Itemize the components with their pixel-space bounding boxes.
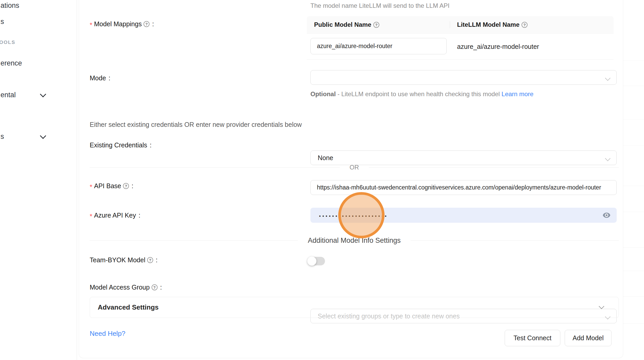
required-asterisk: [90, 215, 92, 218]
api-base-label: API Base: [90, 181, 133, 190]
background-row-line: [623, 86, 644, 86]
advanced-settings-title: Advanced Settings: [98, 303, 159, 311]
or-divider: OR: [90, 164, 619, 171]
help-icon[interactable]: [147, 257, 153, 263]
sidebar-item-users[interactable]: s: [1, 18, 4, 26]
required-asterisk: [90, 186, 92, 188]
sidebar-item-settings[interactable]: s: [1, 133, 4, 141]
help-icon[interactable]: [522, 22, 528, 28]
required-asterisk: [90, 24, 92, 26]
credentials-note: Either select existing credentials OR en…: [90, 121, 302, 128]
table-header-row: Public Model Name LiteLLM Model Name: [307, 16, 614, 34]
eye-icon[interactable]: [602, 211, 611, 220]
background-row-line: [623, 247, 644, 248]
background-row-line: [623, 323, 644, 324]
sidebar-item-api-reference[interactable]: erence: [1, 59, 22, 67]
column-header-public-model-name: Public Model Name: [307, 21, 450, 28]
team-byok-toggle[interactable]: [308, 257, 325, 265]
chevron-down-icon: [605, 156, 610, 161]
column-divider: [450, 21, 450, 28]
mode-label: Mode: [90, 74, 110, 82]
public-model-name-input[interactable]: [310, 38, 447, 54]
sidebar-item-experimental[interactable]: ental: [1, 91, 16, 99]
model-access-group-label: Model Access Group: [90, 283, 162, 292]
model-name-hint: The model name LiteLLM will send to the …: [310, 2, 450, 9]
sidebar-section-tools: TOOLS: [0, 40, 15, 45]
click-indicator: [338, 192, 385, 238]
add-model-button[interactable]: Add Model: [565, 330, 612, 346]
chevron-down-icon: [599, 304, 604, 309]
background-row-line: [623, 146, 644, 146]
add-model-form-page: ations s TOOLS erence ental s The model …: [0, 0, 644, 360]
chevron-down-icon[interactable]: [40, 133, 46, 139]
sidebar-item-organizations[interactable]: ations: [1, 2, 19, 10]
existing-credentials-label: Existing Credentials: [90, 141, 152, 149]
azure-api-key-label: Azure API Key: [90, 211, 140, 220]
chevron-down-icon[interactable]: [40, 91, 46, 97]
background-row-line: [623, 120, 644, 120]
existing-credentials-select[interactable]: None: [310, 150, 617, 165]
sidebar: ations s TOOLS erence ental s: [0, 0, 77, 360]
litellm-model-name-value: azure_ai/azure-model-router: [457, 34, 539, 60]
help-icon[interactable]: [123, 183, 129, 189]
column-header-litellm-model-name: LiteLLM Model Name: [450, 21, 528, 28]
table-row: azure_ai/azure-model-router: [307, 34, 614, 60]
model-mappings-table: Public Model Name LiteLLM Model Name azu…: [307, 16, 614, 60]
advanced-settings-panel[interactable]: Advanced Settings: [90, 297, 619, 318]
chevron-down-icon: [605, 75, 610, 81]
need-help-link[interactable]: Need Help?: [90, 330, 125, 338]
mode-select[interactable]: [310, 70, 617, 85]
sidebar-divider: [77, 0, 77, 360]
help-icon[interactable]: [373, 22, 379, 28]
background-row-line: [623, 296, 644, 297]
background-row-line: [623, 212, 644, 212]
team-byok-label: Team-BYOK Model: [90, 256, 158, 264]
background-row-line: [623, 271, 644, 271]
toggle-knob: [307, 257, 316, 266]
background-row-line: [623, 186, 644, 186]
mode-help-text: Optional - LiteLLM endpoint to use when …: [310, 89, 617, 99]
learn-more-link[interactable]: Learn more: [502, 90, 534, 97]
help-icon[interactable]: [144, 21, 149, 27]
model-mappings-label: Model Mappings: [90, 19, 154, 28]
background-row-line: [623, 61, 644, 61]
help-icon[interactable]: [152, 284, 158, 290]
test-connect-button[interactable]: Test Connect: [505, 330, 560, 346]
